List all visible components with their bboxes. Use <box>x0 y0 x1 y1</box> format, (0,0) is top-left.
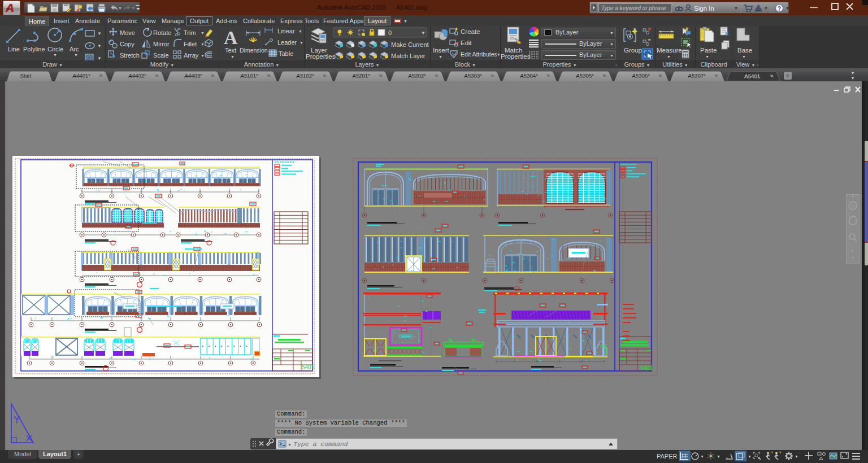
svg-text:▼: ▼ <box>705 55 709 59</box>
svg-text:Dimension: Dimension <box>240 47 268 54</box>
svg-text:▼: ▼ <box>795 455 798 458</box>
svg-text:Copy: Copy <box>120 41 134 47</box>
svg-text:▼: ▼ <box>231 55 235 59</box>
svg-text:Polyline: Polyline <box>23 46 45 53</box>
svg-text:▼: ▼ <box>118 6 122 10</box>
svg-text:Properties: Properties <box>501 53 531 60</box>
svg-text:▼: ▼ <box>403 19 407 23</box>
svg-text:▼: ▼ <box>288 443 292 447</box>
svg-text:▼: ▼ <box>300 41 303 45</box>
svg-text:Paste: Paste <box>700 47 717 54</box>
svg-text:Insert: Insert <box>433 47 450 54</box>
svg-text:Measure: Measure <box>657 47 682 54</box>
svg-text:Arc: Arc <box>70 46 79 53</box>
svg-text:Properties: Properties <box>306 53 336 60</box>
svg-text:Table: Table <box>279 50 293 57</box>
svg-text:Fillet: Fillet <box>184 41 197 47</box>
svg-text:▼: ▼ <box>700 455 704 458</box>
svg-text:▼: ▼ <box>497 53 501 56</box>
svg-text:▼: ▼ <box>97 31 102 36</box>
svg-text:▼: ▼ <box>717 455 721 458</box>
svg-text:▼: ▼ <box>74 53 78 57</box>
svg-text:▼: ▼ <box>785 6 789 10</box>
svg-text:Rotate: Rotate <box>153 29 171 36</box>
svg-text:Sign In: Sign In <box>694 5 714 12</box>
svg-text:▼: ▼ <box>97 56 102 60</box>
svg-text:Scale: Scale <box>153 52 169 59</box>
svg-text:▼: ▼ <box>667 55 671 59</box>
svg-text:Leader: Leader <box>277 39 297 46</box>
svg-text:▼: ▼ <box>421 30 426 36</box>
svg-text:Match Layer: Match Layer <box>391 53 426 59</box>
svg-text:▼: ▼ <box>201 31 205 35</box>
svg-text:▼: ▼ <box>742 55 746 59</box>
svg-text:Group: Group <box>624 47 642 54</box>
svg-text:Line: Line <box>8 46 20 53</box>
svg-text:▼: ▼ <box>131 6 135 10</box>
svg-text:Circle: Circle <box>47 46 63 53</box>
svg-text:▼: ▼ <box>201 42 205 46</box>
svg-text:0: 0 <box>388 29 392 36</box>
svg-text:▼: ▼ <box>298 29 302 33</box>
svg-text:▼: ▼ <box>201 54 205 58</box>
svg-text:▼: ▼ <box>97 43 102 49</box>
svg-text:▼: ▼ <box>734 6 738 10</box>
svg-text:Base: Base <box>737 47 752 54</box>
svg-text:Stretch: Stretch <box>120 52 140 59</box>
svg-text:▼: ▼ <box>53 53 57 57</box>
svg-text:▼: ▼ <box>439 55 442 59</box>
svg-text:Text: Text <box>225 47 236 54</box>
svg-text:Edit: Edit <box>461 40 472 46</box>
svg-text:Mirror: Mirror <box>153 41 170 47</box>
svg-text:Make Current: Make Current <box>391 41 429 48</box>
svg-text:Linear: Linear <box>277 28 295 34</box>
svg-text:Create: Create <box>461 28 480 35</box>
svg-text:?: ? <box>778 6 781 12</box>
svg-text:Move: Move <box>120 29 135 36</box>
svg-text:A: A <box>224 27 238 48</box>
svg-text:▼: ▼ <box>764 6 768 10</box>
svg-text:5401: 5401 <box>640 365 653 371</box>
svg-text:5401: 5401 <box>302 364 315 370</box>
svg-text:Array: Array <box>184 52 199 59</box>
svg-text:▼: ▼ <box>748 455 752 458</box>
svg-text:Trim: Trim <box>184 29 196 36</box>
svg-text:Edit Attributes: Edit Attributes <box>461 51 497 58</box>
